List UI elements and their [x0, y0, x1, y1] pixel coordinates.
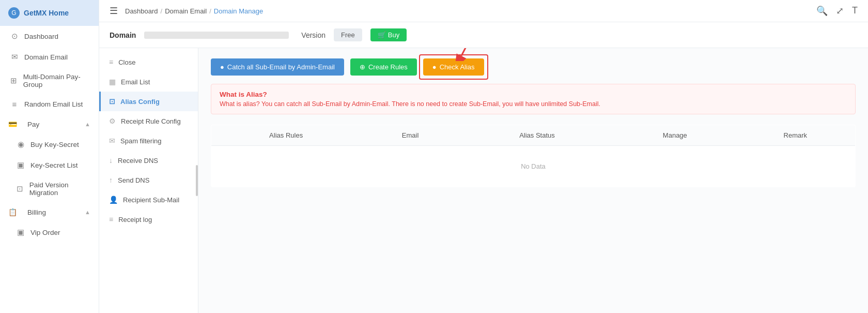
- sub-nav-receipt-rule-config[interactable]: ⚙ Receipt Rule Config: [99, 111, 198, 131]
- expand-icon[interactable]: ⤢: [836, 5, 844, 17]
- alias-config-icon: ⊡: [109, 97, 115, 106]
- sidebar-item-label: Dashboard: [24, 33, 58, 40]
- font-size-icon[interactable]: T: [852, 5, 858, 17]
- chevron-up-icon: ▲: [85, 209, 90, 215]
- sub-nav-alias-config[interactable]: ⊡ Alias Config: [99, 92, 198, 111]
- domain-value: [144, 32, 289, 39]
- hamburger-icon[interactable]: ☰: [110, 5, 118, 17]
- check-alias-label: Check Alias: [440, 63, 475, 71]
- sub-nav-label: Email List: [121, 78, 150, 86]
- sub-nav-label: Alias Config: [120, 98, 160, 106]
- multi-domain-icon: ⊞: [10, 76, 18, 85]
- main-content: ☰ Dashboard / Domain Email / Domain Mana…: [99, 0, 868, 313]
- breadcrumb-dashboard[interactable]: Dashboard: [125, 7, 158, 15]
- receipt-log-icon: ≡: [109, 215, 113, 223]
- info-box-title: What is Alias?: [220, 91, 847, 98]
- close-icon: ≡: [109, 58, 113, 66]
- sidebar-item-label: Key-Secret List: [30, 161, 78, 169]
- sidebar-item-buy-key-secret[interactable]: ◉ Buy Key-Secret: [0, 134, 99, 155]
- sub-nav-email-list[interactable]: ▦ Email List: [99, 72, 198, 92]
- sub-nav-label: Receipt Rule Config: [121, 117, 181, 125]
- col-alias-rules: Alias Rules: [211, 125, 361, 146]
- billing-icon: 📋: [8, 208, 17, 216]
- receipt-rule-icon: ⚙: [109, 117, 116, 125]
- no-data-cell: No Data: [211, 146, 856, 187]
- domain-label: Domain: [110, 31, 136, 39]
- scroll-indicator: [196, 165, 198, 196]
- buy-key-secret-icon: ◉: [16, 140, 25, 149]
- sub-nav-label: Send DNS: [118, 176, 149, 184]
- sidebar-item-label: Multi-Domain Pay-Group: [23, 73, 90, 88]
- breadcrumb-current: Domain Manage: [214, 7, 263, 15]
- random-email-icon: ≡: [10, 100, 19, 109]
- check-alias-button[interactable]: ● Check Alias: [423, 58, 484, 76]
- sidebar-item-label: Pay: [27, 121, 39, 128]
- header: ☰ Dashboard / Domain Email / Domain Mana…: [99, 0, 868, 22]
- catch-icon: ●: [220, 63, 224, 71]
- free-button[interactable]: Free: [334, 28, 362, 41]
- sidebar-item-label: Buy Key-Secret: [30, 141, 79, 148]
- version-label: Version: [301, 31, 326, 39]
- catch-all-button[interactable]: ● Catch all Sub-Email by Admin-Email: [211, 58, 344, 76]
- create-rules-label: Create Rules: [368, 63, 408, 71]
- sidebar-item-label: Random Email List: [24, 100, 83, 108]
- sub-nav-spam-filtering[interactable]: ✉ Spam filtering: [99, 131, 198, 151]
- sub-nav: ≡ Close ▦ Email List ⊡ Alias Config ⚙ Re…: [99, 48, 198, 313]
- sidebar-item-vip-order[interactable]: ▣ Vip Order: [0, 222, 99, 243]
- sub-nav-label: Recipient Sub-Mail: [123, 196, 179, 204]
- vip-order-icon: ▣: [16, 228, 25, 237]
- check-alias-container: ● Check Alias: [423, 58, 484, 76]
- content-area: ≡ Close ▦ Email List ⊡ Alias Config ⚙ Re…: [99, 48, 868, 313]
- col-alias-status: Alias Status: [460, 125, 614, 146]
- sidebar-item-paid-version-migration[interactable]: ⊡ Paid Version Migration: [0, 175, 99, 202]
- dashboard-icon: ⊙: [10, 32, 19, 41]
- header-left: ☰ Dashboard / Domain Email / Domain Mana…: [110, 5, 263, 17]
- sub-nav-recipient-sub-mail[interactable]: 👤 Recipient Sub-Mail: [99, 190, 198, 210]
- col-remark: Remark: [736, 125, 856, 146]
- create-rules-button[interactable]: ⊕ Create Rules: [350, 58, 417, 76]
- buy-button-label: Buy: [388, 31, 399, 39]
- email-list-icon: ▦: [109, 78, 116, 86]
- pay-icon: 💳: [8, 120, 17, 128]
- alias-table: Alias Rules Email Alias Status Manage Re…: [211, 125, 856, 187]
- sub-nav-receipt-log[interactable]: ≡ Receipt log: [99, 210, 198, 229]
- sidebar-item-domain-email[interactable]: ✉ Domain Email: [0, 47, 99, 67]
- info-box: What is Alias? What is alias? You can ca…: [211, 84, 856, 114]
- create-rules-icon: ⊕: [360, 63, 365, 71]
- breadcrumb-sep-1: /: [161, 7, 163, 15]
- table-header-row: Alias Rules Email Alias Status Manage Re…: [211, 125, 856, 146]
- breadcrumb-sep-2: /: [209, 7, 211, 15]
- breadcrumb: Dashboard / Domain Email / Domain Manage: [125, 7, 263, 15]
- paid-migration-icon: ⊡: [16, 184, 24, 193]
- logo-icon: G: [8, 7, 20, 19]
- sidebar: G GetMX Home ⊙ Dashboard ✉ Domain Email …: [0, 0, 99, 313]
- sidebar-item-label: Domain Email: [24, 53, 68, 61]
- sub-nav-label: Spam filtering: [120, 137, 161, 145]
- search-icon[interactable]: 🔍: [816, 5, 828, 17]
- sub-nav-label: Receipt log: [118, 216, 152, 223]
- receive-dns-icon: ↓: [109, 156, 113, 165]
- sidebar-item-key-secret-list[interactable]: ▣ Key-Secret List: [0, 155, 99, 175]
- sidebar-item-dashboard[interactable]: ⊙ Dashboard: [0, 26, 99, 47]
- domain-email-icon: ✉: [10, 52, 19, 62]
- sidebar-item-billing[interactable]: 📋 Billing ▲: [0, 202, 99, 222]
- buy-button[interactable]: 🛒 Buy: [370, 28, 407, 41]
- sidebar-item-random-email[interactable]: ≡ Random Email List: [0, 94, 99, 114]
- sidebar-item-pay[interactable]: 💳 Pay ▲: [0, 114, 99, 134]
- sub-nav-label: Receive DNS: [118, 157, 158, 165]
- sub-nav-send-dns[interactable]: ↑ Send DNS: [99, 170, 198, 190]
- sidebar-logo[interactable]: G GetMX Home: [0, 0, 99, 26]
- catch-label: Catch all Sub-Email by Admin-Email: [227, 63, 335, 71]
- panel: ● Catch all Sub-Email by Admin-Email ⊕ C…: [198, 48, 868, 313]
- sub-nav-label: Close: [118, 58, 135, 66]
- sub-nav-close[interactable]: ≡ Close: [99, 52, 198, 72]
- col-email: Email: [361, 125, 460, 146]
- action-buttons: ● Catch all Sub-Email by Admin-Email ⊕ C…: [211, 58, 856, 76]
- sidebar-item-label: Paid Version Migration: [29, 181, 90, 197]
- sidebar-item-label: Billing: [27, 208, 46, 216]
- breadcrumb-domain-email[interactable]: Domain Email: [165, 7, 207, 15]
- sidebar-item-multi-domain[interactable]: ⊞ Multi-Domain Pay-Group: [0, 67, 99, 94]
- send-dns-icon: ↑: [109, 176, 113, 184]
- key-secret-list-icon: ▣: [16, 160, 25, 170]
- sub-nav-receive-dns[interactable]: ↓ Receive DNS: [99, 151, 198, 170]
